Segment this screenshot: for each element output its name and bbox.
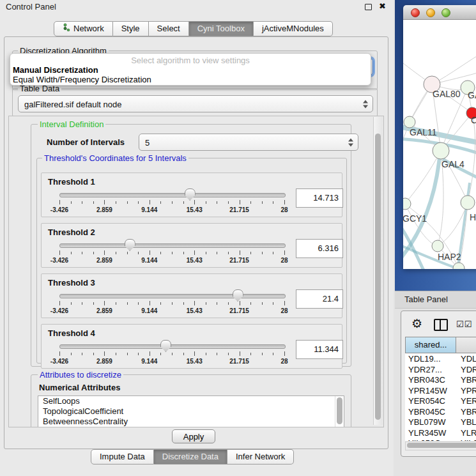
settings-scrollbar-thumb[interactable] (375, 134, 381, 420)
table-row[interactable]: YBR045CYBR0 (405, 407, 476, 418)
node-label: GAL11 (410, 127, 437, 137)
slider-thumb[interactable] (185, 188, 196, 201)
slider-tick (59, 200, 60, 204)
tab-impute-data[interactable]: Impute Data (91, 449, 154, 464)
network-node[interactable] (461, 196, 475, 210)
number-of-intervals-label: Number of Intervals (47, 137, 125, 147)
list-scrollbar[interactable] (335, 396, 344, 427)
slider-tick-label: 9.144 (130, 358, 169, 365)
table-row[interactable]: YER054CYER0 (405, 396, 476, 407)
numerical-attributes-list[interactable]: SelfLoopsTopologicalCoefficientBetweenne… (38, 395, 344, 427)
threshold-slider[interactable]: -3.4262.8599.14415.4321.71528 (57, 187, 287, 215)
slider-tick (284, 250, 285, 255)
network-node[interactable] (433, 142, 449, 159)
network-node[interactable] (453, 263, 464, 269)
settings-scrollbar[interactable] (373, 117, 383, 425)
threshold-label: Threshold 1 (48, 177, 95, 187)
slider-tick (160, 353, 161, 355)
slider-tick (228, 252, 229, 254)
network-icon (63, 22, 70, 30)
tab-select[interactable]: Select (149, 21, 189, 36)
slider-thumb[interactable] (233, 289, 243, 302)
minimize-traffic-light-icon[interactable] (426, 8, 435, 17)
table-cell: YBL0 (456, 417, 476, 428)
float-window-icon[interactable] (365, 4, 372, 10)
tab-cyni-toolbox[interactable]: Cyni Toolbox (189, 21, 254, 36)
zoom-traffic-light-icon[interactable] (441, 8, 450, 17)
threshold-value-field[interactable]: 11.344 (296, 340, 343, 359)
threshold-slider[interactable]: -3.4262.8599.14415.4321.71528 (57, 288, 287, 316)
dropdown-option-equal-width-frequency[interactable]: Equal Width/Frequency Discretization (13, 75, 151, 84)
table-cell: YBR045C (405, 407, 456, 418)
slider-tick (127, 201, 128, 204)
attribute-list-item[interactable]: BetweennessCentrality (38, 417, 344, 427)
slider-tick-label: 21.715 (220, 358, 259, 365)
slider-tick (71, 302, 72, 305)
slider-tick (82, 353, 82, 355)
table-row[interactable]: YDL19...YDL1 (405, 354, 476, 365)
number-of-intervals-select[interactable]: 5 (139, 134, 358, 151)
slider-track[interactable] (59, 344, 286, 349)
close-icon[interactable]: ✖ (379, 1, 386, 11)
columns-icon[interactable] (434, 319, 448, 331)
slider-thumb[interactable] (160, 340, 171, 352)
network-desktop: GAL80GACGAL11GAL4GCY1HHAP2 (395, 0, 476, 291)
slider-track[interactable] (59, 193, 286, 197)
slider-tick (262, 252, 263, 254)
close-traffic-light-icon[interactable] (411, 8, 420, 17)
tab-infer-network[interactable]: Infer Network (227, 449, 294, 464)
threshold-value-field[interactable]: 6.316 (296, 239, 343, 258)
tab-style[interactable]: Style (113, 21, 149, 36)
tab-label: Discretize Data (162, 452, 219, 461)
network-node[interactable] (432, 240, 443, 252)
checkboxes-icon[interactable]: ☑☑ (456, 319, 472, 329)
tab-jactivemnodules[interactable]: jActiveMNodules (254, 21, 333, 36)
slider-tick (262, 353, 263, 355)
network-canvas[interactable]: GAL80GACGAL11GAL4GCY1HHAP2 (403, 20, 476, 269)
attribute-list-item[interactable]: TopologicalCoefficient (38, 406, 344, 417)
slider-thumb[interactable] (125, 239, 135, 251)
tab-discretize-data[interactable]: Discretize Data (154, 449, 227, 464)
table-horizontal-scrollbar[interactable] (405, 441, 476, 450)
slider-tick (217, 252, 217, 254)
attribute-list-item[interactable]: SelfLoops (38, 396, 344, 406)
slider-track[interactable] (59, 243, 286, 248)
table-cell: YPR145W (405, 386, 456, 397)
tab-network[interactable]: Network (54, 21, 113, 36)
dropdown-option-manual-discretization[interactable]: Manual Discretization (13, 65, 98, 75)
table-row[interactable]: YIL052CYIL0 (405, 438, 476, 441)
slider-tick-label: -3.426 (40, 206, 79, 213)
threshold-value-field[interactable]: 14.713 (296, 188, 343, 208)
threshold-slider[interactable]: -3.4262.8599.14415.4321.71528 (57, 339, 287, 367)
interval-definition-title: Interval Definition (38, 120, 105, 129)
table-row[interactable]: YPR145WYPR1 (405, 386, 476, 397)
slider-tick (104, 250, 105, 255)
slider-tick (217, 302, 217, 305)
table-cell: YBL079W (405, 417, 456, 428)
slider-tick (273, 252, 273, 254)
column-header-shared-[interactable]: shared... (405, 337, 456, 353)
table-scrollbar-thumb[interactable] (407, 443, 476, 448)
node-label: C (471, 115, 476, 125)
combo-stepper-icon (362, 100, 368, 108)
table-panel-window: ⚙ ☑☑ shared...n YDL19...YDL1YDR27...YDR2… (401, 311, 476, 457)
table-row[interactable]: YDR27...YDR2 (405, 365, 476, 376)
column-header-n[interactable]: n (456, 337, 476, 353)
list-scrollbar-thumb[interactable] (337, 397, 342, 424)
threshold-value-field[interactable]: 21.4 (296, 289, 343, 309)
slider-tick (82, 252, 82, 254)
table-row[interactable]: YLR345WYLR3 (405, 428, 476, 439)
gear-icon[interactable]: ⚙ (411, 316, 422, 331)
tab-label: Select (157, 24, 180, 33)
slider-tick-label: 2.859 (85, 206, 123, 213)
table-data-select[interactable]: galFiltered.sif default node (18, 95, 373, 112)
tab-label: Infer Network (236, 452, 285, 461)
table-row[interactable]: YBR043CYBR0 (405, 375, 476, 386)
slider-track[interactable] (59, 294, 286, 298)
apply-button[interactable]: Apply (172, 429, 215, 443)
table-row[interactable]: YBL079WYBL0 (405, 417, 476, 428)
slider-tick-label: 15.43 (175, 307, 213, 314)
threshold-slider[interactable]: -3.4262.8599.14415.4321.71528 (57, 238, 287, 266)
network-window-titlebar[interactable] (403, 5, 476, 20)
network-node[interactable] (404, 116, 415, 128)
